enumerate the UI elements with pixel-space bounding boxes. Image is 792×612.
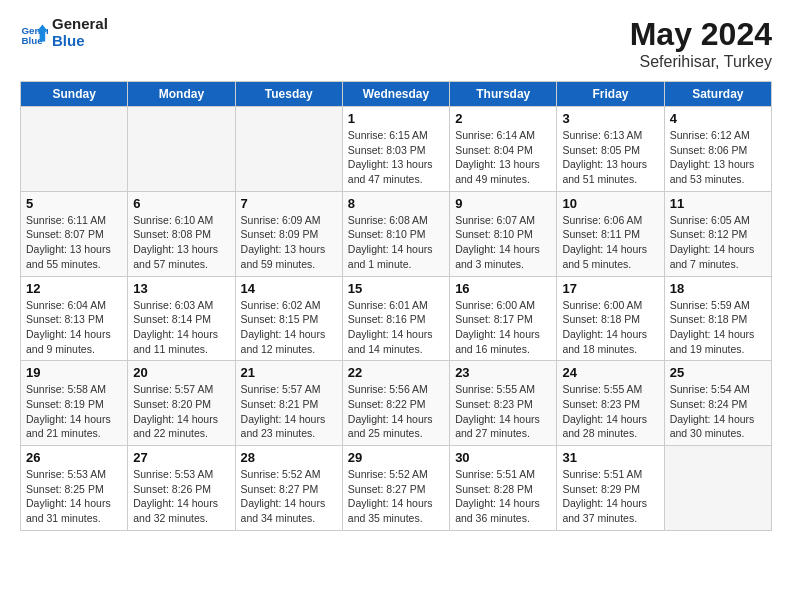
day-info: Sunrise: 5:51 AMSunset: 8:29 PMDaylight:…	[562, 467, 658, 526]
calendar-day-cell: 10Sunrise: 6:06 AMSunset: 8:11 PMDayligh…	[557, 191, 664, 276]
calendar-day-cell: 5Sunrise: 6:11 AMSunset: 8:07 PMDaylight…	[21, 191, 128, 276]
day-number: 31	[562, 450, 658, 465]
day-number: 20	[133, 365, 229, 380]
calendar-day-cell: 11Sunrise: 6:05 AMSunset: 8:12 PMDayligh…	[664, 191, 771, 276]
weekday-header-wednesday: Wednesday	[342, 82, 449, 107]
calendar-day-cell	[21, 107, 128, 192]
calendar-day-cell: 8Sunrise: 6:08 AMSunset: 8:10 PMDaylight…	[342, 191, 449, 276]
day-info: Sunrise: 6:06 AMSunset: 8:11 PMDaylight:…	[562, 213, 658, 272]
calendar-day-cell: 6Sunrise: 6:10 AMSunset: 8:08 PMDaylight…	[128, 191, 235, 276]
day-number: 8	[348, 196, 444, 211]
day-number: 29	[348, 450, 444, 465]
calendar-day-cell: 28Sunrise: 5:52 AMSunset: 8:27 PMDayligh…	[235, 446, 342, 531]
day-info: Sunrise: 6:00 AMSunset: 8:17 PMDaylight:…	[455, 298, 551, 357]
day-info: Sunrise: 6:04 AMSunset: 8:13 PMDaylight:…	[26, 298, 122, 357]
day-number: 18	[670, 281, 766, 296]
day-number: 2	[455, 111, 551, 126]
calendar-day-cell: 7Sunrise: 6:09 AMSunset: 8:09 PMDaylight…	[235, 191, 342, 276]
day-info: Sunrise: 5:54 AMSunset: 8:24 PMDaylight:…	[670, 382, 766, 441]
logo-general: General	[52, 16, 108, 33]
calendar-day-cell: 20Sunrise: 5:57 AMSunset: 8:20 PMDayligh…	[128, 361, 235, 446]
day-number: 28	[241, 450, 337, 465]
calendar-week-row: 5Sunrise: 6:11 AMSunset: 8:07 PMDaylight…	[21, 191, 772, 276]
day-number: 1	[348, 111, 444, 126]
calendar-day-cell: 22Sunrise: 5:56 AMSunset: 8:22 PMDayligh…	[342, 361, 449, 446]
calendar-table: SundayMondayTuesdayWednesdayThursdayFrid…	[20, 81, 772, 531]
day-number: 21	[241, 365, 337, 380]
day-info: Sunrise: 6:15 AMSunset: 8:03 PMDaylight:…	[348, 128, 444, 187]
day-info: Sunrise: 6:08 AMSunset: 8:10 PMDaylight:…	[348, 213, 444, 272]
calendar-week-row: 12Sunrise: 6:04 AMSunset: 8:13 PMDayligh…	[21, 276, 772, 361]
calendar-day-cell: 13Sunrise: 6:03 AMSunset: 8:14 PMDayligh…	[128, 276, 235, 361]
day-number: 22	[348, 365, 444, 380]
day-info: Sunrise: 5:57 AMSunset: 8:20 PMDaylight:…	[133, 382, 229, 441]
day-number: 12	[26, 281, 122, 296]
header: General Blue General Blue May 2024 Sefer…	[20, 16, 772, 71]
day-info: Sunrise: 5:55 AMSunset: 8:23 PMDaylight:…	[562, 382, 658, 441]
weekday-header-tuesday: Tuesday	[235, 82, 342, 107]
day-number: 17	[562, 281, 658, 296]
day-number: 25	[670, 365, 766, 380]
calendar-day-cell: 9Sunrise: 6:07 AMSunset: 8:10 PMDaylight…	[450, 191, 557, 276]
calendar-day-cell: 29Sunrise: 5:52 AMSunset: 8:27 PMDayligh…	[342, 446, 449, 531]
day-number: 11	[670, 196, 766, 211]
day-info: Sunrise: 5:59 AMSunset: 8:18 PMDaylight:…	[670, 298, 766, 357]
logo: General Blue General Blue	[20, 16, 108, 49]
calendar-day-cell	[235, 107, 342, 192]
day-number: 27	[133, 450, 229, 465]
calendar-week-row: 1Sunrise: 6:15 AMSunset: 8:03 PMDaylight…	[21, 107, 772, 192]
weekday-header-saturday: Saturday	[664, 82, 771, 107]
day-info: Sunrise: 5:52 AMSunset: 8:27 PMDaylight:…	[348, 467, 444, 526]
day-number: 13	[133, 281, 229, 296]
calendar-day-cell: 1Sunrise: 6:15 AMSunset: 8:03 PMDaylight…	[342, 107, 449, 192]
day-info: Sunrise: 6:01 AMSunset: 8:16 PMDaylight:…	[348, 298, 444, 357]
day-info: Sunrise: 5:52 AMSunset: 8:27 PMDaylight:…	[241, 467, 337, 526]
calendar-day-cell: 4Sunrise: 6:12 AMSunset: 8:06 PMDaylight…	[664, 107, 771, 192]
day-number: 15	[348, 281, 444, 296]
calendar-day-cell: 26Sunrise: 5:53 AMSunset: 8:25 PMDayligh…	[21, 446, 128, 531]
calendar-day-cell: 15Sunrise: 6:01 AMSunset: 8:16 PMDayligh…	[342, 276, 449, 361]
day-info: Sunrise: 5:55 AMSunset: 8:23 PMDaylight:…	[455, 382, 551, 441]
weekday-header-row: SundayMondayTuesdayWednesdayThursdayFrid…	[21, 82, 772, 107]
weekday-header-thursday: Thursday	[450, 82, 557, 107]
day-info: Sunrise: 5:58 AMSunset: 8:19 PMDaylight:…	[26, 382, 122, 441]
day-number: 10	[562, 196, 658, 211]
day-number: 7	[241, 196, 337, 211]
weekday-header-monday: Monday	[128, 82, 235, 107]
calendar-day-cell: 3Sunrise: 6:13 AMSunset: 8:05 PMDaylight…	[557, 107, 664, 192]
day-number: 4	[670, 111, 766, 126]
calendar-week-row: 26Sunrise: 5:53 AMSunset: 8:25 PMDayligh…	[21, 446, 772, 531]
day-info: Sunrise: 6:14 AMSunset: 8:04 PMDaylight:…	[455, 128, 551, 187]
calendar-day-cell: 19Sunrise: 5:58 AMSunset: 8:19 PMDayligh…	[21, 361, 128, 446]
day-number: 26	[26, 450, 122, 465]
calendar-day-cell: 25Sunrise: 5:54 AMSunset: 8:24 PMDayligh…	[664, 361, 771, 446]
calendar-day-cell: 17Sunrise: 6:00 AMSunset: 8:18 PMDayligh…	[557, 276, 664, 361]
day-number: 3	[562, 111, 658, 126]
calendar-day-cell: 2Sunrise: 6:14 AMSunset: 8:04 PMDaylight…	[450, 107, 557, 192]
day-info: Sunrise: 6:13 AMSunset: 8:05 PMDaylight:…	[562, 128, 658, 187]
day-info: Sunrise: 6:12 AMSunset: 8:06 PMDaylight:…	[670, 128, 766, 187]
day-info: Sunrise: 5:53 AMSunset: 8:25 PMDaylight:…	[26, 467, 122, 526]
weekday-header-sunday: Sunday	[21, 82, 128, 107]
day-info: Sunrise: 5:56 AMSunset: 8:22 PMDaylight:…	[348, 382, 444, 441]
day-info: Sunrise: 6:07 AMSunset: 8:10 PMDaylight:…	[455, 213, 551, 272]
calendar-day-cell: 18Sunrise: 5:59 AMSunset: 8:18 PMDayligh…	[664, 276, 771, 361]
calendar-day-cell: 14Sunrise: 6:02 AMSunset: 8:15 PMDayligh…	[235, 276, 342, 361]
logo-blue: Blue	[52, 33, 108, 50]
day-info: Sunrise: 6:11 AMSunset: 8:07 PMDaylight:…	[26, 213, 122, 272]
day-info: Sunrise: 6:00 AMSunset: 8:18 PMDaylight:…	[562, 298, 658, 357]
calendar-day-cell	[128, 107, 235, 192]
calendar-day-cell: 23Sunrise: 5:55 AMSunset: 8:23 PMDayligh…	[450, 361, 557, 446]
subtitle: Seferihisar, Turkey	[630, 53, 772, 71]
day-number: 6	[133, 196, 229, 211]
calendar-day-cell: 16Sunrise: 6:00 AMSunset: 8:17 PMDayligh…	[450, 276, 557, 361]
calendar-day-cell: 12Sunrise: 6:04 AMSunset: 8:13 PMDayligh…	[21, 276, 128, 361]
day-info: Sunrise: 5:57 AMSunset: 8:21 PMDaylight:…	[241, 382, 337, 441]
day-number: 9	[455, 196, 551, 211]
main-title: May 2024	[630, 16, 772, 53]
day-info: Sunrise: 6:10 AMSunset: 8:08 PMDaylight:…	[133, 213, 229, 272]
calendar-week-row: 19Sunrise: 5:58 AMSunset: 8:19 PMDayligh…	[21, 361, 772, 446]
page: General Blue General Blue May 2024 Sefer…	[0, 0, 792, 541]
calendar-day-cell: 30Sunrise: 5:51 AMSunset: 8:28 PMDayligh…	[450, 446, 557, 531]
calendar-day-cell: 31Sunrise: 5:51 AMSunset: 8:29 PMDayligh…	[557, 446, 664, 531]
